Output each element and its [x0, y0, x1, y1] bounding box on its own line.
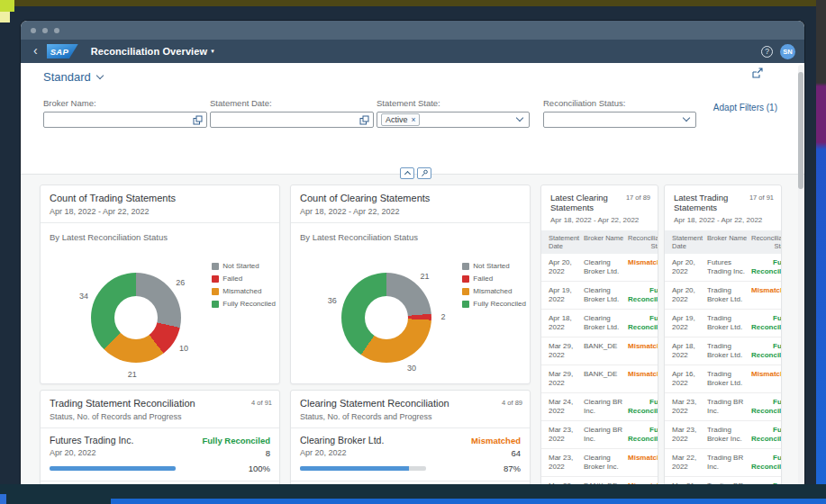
filter-reconciliation-status: Reconciliation Status: — [543, 98, 696, 128]
legend-item: Not Started — [462, 262, 526, 270]
variant-selector[interactable]: Standard — [43, 70, 103, 84]
column-header[interactable]: Statement Date — [549, 234, 581, 250]
column-header[interactable]: Reconciliation Status — [628, 234, 658, 250]
filter-token-active[interactable]: Active × — [381, 113, 420, 126]
chart-dimension-label: By Latest Reconciliation Status — [41, 223, 279, 242]
chevron-down-icon[interactable] — [516, 114, 523, 122]
value-help-icon[interactable] — [359, 115, 369, 125]
token-remove-icon[interactable]: × — [412, 115, 416, 124]
chart-legend: Not StartedFailedMismatchedFully Reconci… — [212, 262, 276, 312]
broker-name: Futures Trading Inc. — [50, 435, 133, 446]
taskbar-corner-accent — [0, 494, 6, 504]
card-latest-trading-statements[interactable]: Latest Trading Statements 17 of 91 Apr 1… — [664, 184, 782, 486]
card-count-trading-statements[interactable]: Count of Trading Statements Apr 18, 2022… — [40, 184, 280, 384]
statement-date-cell: Mar 29, 2022 — [549, 370, 581, 388]
trading-donut-chart[interactable]: 26102134 — [91, 273, 181, 363]
legend-label: Mismatched — [473, 287, 512, 295]
statement-row[interactable]: Mar 29, 2022BANK_DEMismatched — [541, 338, 658, 365]
window-control-icon[interactable] — [42, 28, 48, 33]
column-header[interactable]: Reconciliation Status — [751, 234, 782, 250]
statement-date-cell: Mar 24, 2022 — [549, 398, 581, 416]
statement-date: Apr 20, 2022 — [50, 448, 96, 458]
card-clearing-statement-reconciliation[interactable]: Clearing Statement Reconciliation 4 of 8… — [290, 390, 531, 486]
broker-name-cell: BANK_DE — [584, 370, 625, 388]
card-title: Clearing Statement Reconciliation — [300, 398, 521, 409]
statement-row[interactable]: Apr 19, 2022Trading Broker Ltd.Fully Rec… — [665, 310, 781, 338]
legend-swatch — [462, 288, 469, 295]
broker-name: Clearing Broker Ltd. — [300, 435, 384, 446]
card-title: Trading Statement Reconciliation — [50, 398, 270, 409]
sap-logo[interactable]: SAP — [47, 44, 78, 58]
reconciliation-list-item[interactable]: Clearing Broker Ltd.MismatchedApr 20, 20… — [291, 428, 530, 482]
statement-row[interactable]: Mar 23, 2022Trading Broker Inc.Fully Rec… — [665, 421, 781, 449]
records-count: 64 — [511, 448, 521, 458]
screen-corner-accent-2 — [0, 12, 10, 22]
scrollbar-track[interactable] — [798, 65, 803, 485]
card-subtitle: Status, No. of Records and Progress — [300, 412, 521, 421]
token-label: Active — [386, 115, 408, 124]
broker-name-cell: Trading BR Inc. — [707, 454, 749, 472]
item-progress-row: 100% — [50, 464, 270, 473]
statement-date-input[interactable] — [214, 114, 357, 126]
statement-row[interactable]: Apr 19, 2022Clearing Broker Ltd.Fully Re… — [541, 282, 658, 310]
user-avatar[interactable]: SN — [780, 44, 795, 59]
help-icon[interactable]: ? — [761, 46, 773, 58]
collapse-filter-button[interactable] — [400, 167, 414, 179]
statement-row[interactable]: Mar 23, 2022Trading BR Inc.Fully Reconci… — [665, 393, 781, 421]
statement-row[interactable]: Apr 16, 2022Trading Broker Ltd.Mismatche… — [665, 365, 781, 393]
share-icon[interactable] — [751, 68, 763, 79]
statement-row[interactable]: Mar 29, 2022BANK_DEMismatched — [541, 365, 658, 393]
progress-fill — [300, 466, 409, 471]
card-trading-statement-reconciliation[interactable]: Trading Statement Reconciliation 4 of 91… — [40, 390, 280, 486]
clearing-donut-chart[interactable]: 2123036 — [341, 273, 431, 363]
statement-row[interactable]: Mar 22, 2022Trading BR Inc.Fully Reconci… — [665, 449, 781, 477]
statement-row[interactable]: Apr 20, 2022Clearing Broker Ltd.Mismatch… — [541, 254, 658, 282]
window-control-icon[interactable] — [54, 28, 59, 33]
chevron-down-icon[interactable] — [683, 114, 690, 122]
broker-name-input[interactable] — [48, 114, 190, 126]
statement-row[interactable]: Mar 23, 2022Clearing BR Inc.Fully Reconc… — [541, 421, 658, 449]
card-latest-clearing-statements[interactable]: Latest Clearing Statements 17 of 89 Apr … — [540, 184, 658, 486]
statement-row[interactable]: Apr 18, 2022Trading Broker Ltd.Fully Rec… — [665, 338, 781, 365]
app-title[interactable]: Reconciliation Overview — [91, 46, 207, 57]
donut-value-label: 34 — [79, 292, 88, 301]
dashboard: Count of Trading Statements Apr 18, 2022… — [21, 175, 804, 486]
value-help-icon[interactable] — [193, 115, 203, 125]
reconciliation-status-input[interactable] — [548, 114, 679, 126]
legend-swatch — [212, 301, 219, 308]
statement-row[interactable]: Apr 20, 2022Trading Broker Ltd.Mismatche… — [665, 282, 781, 310]
column-header[interactable]: Statement Date — [672, 234, 704, 250]
legend-label: Fully Reconciled — [222, 300, 276, 308]
app-title-dropdown-icon[interactable]: ▾ — [211, 48, 214, 55]
card-count: 17 of 91 — [749, 194, 774, 202]
statement-row[interactable]: Apr 20, 2022Futures Trading Inc.Fully Re… — [665, 254, 781, 282]
card-count-clearing-statements[interactable]: Count of Clearing Statements Apr 18, 202… — [290, 184, 531, 384]
chart-dimension-label: By Latest Reconciliation Status — [291, 223, 530, 242]
window-control-icon[interactable] — [31, 28, 36, 33]
reconciliation-status-cell: Fully Reconciled — [751, 258, 782, 276]
statement-date-cell: Apr 20, 2022 — [672, 258, 704, 276]
card-count: 4 of 91 — [251, 399, 272, 407]
filter-statement-date: Statement Date: — [210, 98, 374, 128]
card-subtitle: Apr 18, 2022 - Apr 22, 2022 — [50, 207, 270, 216]
broker-name-cell: Clearing Broker Ltd. — [584, 314, 625, 332]
broker-name-cell: Futures Trading Inc. — [707, 258, 749, 276]
statement-date-cell: Mar 23, 2022 — [672, 398, 704, 416]
screen-corner-accent — [0, 0, 14, 12]
statement-row[interactable]: Apr 18, 2022Clearing Broker Ltd.Fully Re… — [541, 310, 658, 338]
progress-track — [50, 466, 176, 471]
reconciliation-status-cell: Fully Reconciled — [751, 398, 782, 416]
statement-row[interactable]: Mar 23, 2022Clearing Broker Inc.Mismatch… — [541, 449, 658, 477]
column-header[interactable]: Broker Name — [707, 234, 749, 250]
back-button[interactable]: ‹ — [33, 43, 38, 58]
statement-date-cell: Mar 29, 2022 — [549, 342, 581, 360]
statement-row[interactable]: Mar 24, 2022Clearing BR Inc.Fully Reconc… — [541, 393, 658, 421]
pin-filter-button[interactable] — [417, 167, 431, 179]
reconciliation-status-cell: Mismatched — [751, 286, 782, 304]
column-header[interactable]: Broker Name — [584, 234, 625, 250]
statement-date-cell: Mar 23, 2022 — [672, 426, 704, 444]
variant-label: Standard — [43, 70, 91, 84]
scrollbar-thumb[interactable] — [798, 72, 803, 189]
reconciliation-list-item[interactable]: Futures Trading Inc.Fully ReconciledApr … — [41, 428, 279, 482]
adapt-filters-link[interactable]: Adapt Filters (1) — [713, 103, 777, 112]
